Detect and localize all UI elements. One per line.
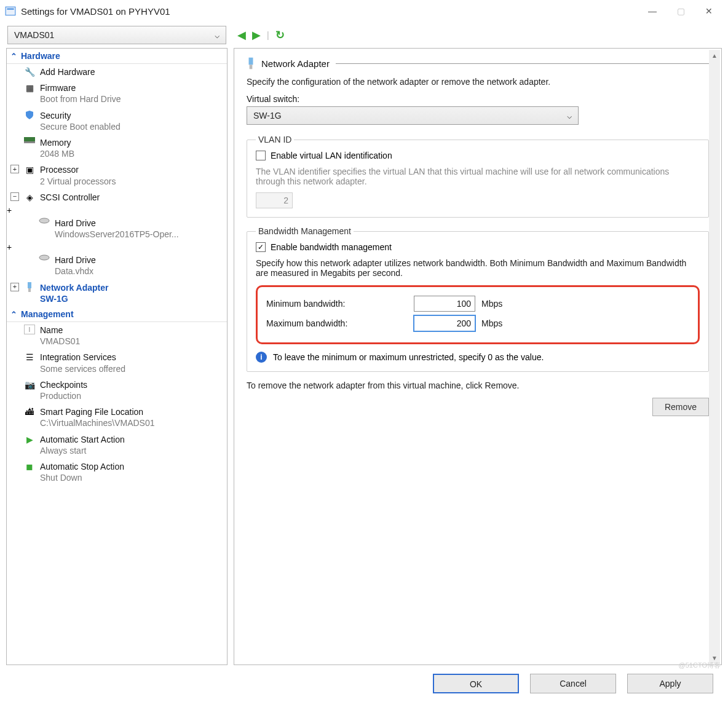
tree-section-management[interactable]: ⌃ Management xyxy=(7,307,227,322)
svg-rect-1 xyxy=(7,9,14,10)
max-bandwidth-input[interactable] xyxy=(414,315,475,331)
svg-rect-2 xyxy=(24,137,35,141)
pane-title: Network Adapter xyxy=(261,58,330,69)
settings-window: Settings for VMADS01 on PYHYV01 — ▢ ✕ VM… xyxy=(0,0,728,702)
settings-tree: ⌃ Hardware 🔧 Add Hardware ▦ Firmware Boo… xyxy=(6,48,228,665)
bw-checkbox[interactable]: ✓ xyxy=(256,242,266,252)
tree-item-network-adapter[interactable]: Network Adapter SW-1G xyxy=(7,280,227,307)
tree-item-memory[interactable]: Memory 2048 MB xyxy=(7,135,227,162)
start-action-icon: ▶ xyxy=(24,434,35,445)
nav-buttons: ◀ ▶ | ↻ xyxy=(237,28,285,42)
add-hardware-icon: 🔧 xyxy=(24,66,35,77)
svg-point-4 xyxy=(39,218,49,223)
expand-processor-icon[interactable]: + xyxy=(10,165,19,173)
svg-rect-3 xyxy=(24,141,35,143)
vswitch-label: Virtual switch: xyxy=(247,94,709,104)
min-bw-unit: Mbps xyxy=(481,299,502,309)
close-button[interactable]: ✕ xyxy=(695,2,723,20)
cancel-button[interactable]: Cancel xyxy=(530,674,616,693)
virtual-switch-combo[interactable]: SW-1G ⌵ xyxy=(247,106,579,125)
minimize-button[interactable]: — xyxy=(638,2,667,20)
apply-button[interactable]: Apply xyxy=(627,674,713,693)
scsi-icon: ◈ xyxy=(24,192,35,203)
tree-item-smart-paging[interactable]: 🏙 Smart Paging File Location C:\VirtualM… xyxy=(7,404,227,431)
checkpoints-icon: 📷 xyxy=(24,379,35,390)
vlan-checkbox[interactable] xyxy=(256,151,266,160)
vm-selector-value: VMADS01 xyxy=(14,30,54,40)
network-adapter-icon xyxy=(247,57,255,69)
tree-item-harddrive-2[interactable]: Hard Drive Data.vhdx xyxy=(7,252,227,279)
ok-button[interactable]: OK xyxy=(433,674,519,693)
app-icon xyxy=(5,6,16,17)
svg-rect-0 xyxy=(6,7,15,15)
vlan-hint: The VLAN identifier specifies the virtua… xyxy=(256,167,700,186)
tree-item-harddrive-1[interactable]: Hard Drive WindowsServer2016TP5-Oper... xyxy=(7,215,227,242)
nav-separator: | xyxy=(267,30,269,40)
bw-description: Specify how this network adapter utilize… xyxy=(256,258,700,278)
drive-icon xyxy=(39,218,50,224)
refresh-icon[interactable]: ↻ xyxy=(275,28,285,42)
remove-button[interactable]: Remove xyxy=(652,398,709,416)
tree-item-integration-services[interactable]: ☰ Integration Services Some services off… xyxy=(7,349,227,376)
dialog-footer: OK Cancel Apply xyxy=(0,668,728,702)
expand-hd1-icon[interactable]: + xyxy=(7,205,227,215)
bandwidth-group: Bandwidth Management ✓ Enable bandwidth … xyxy=(247,226,709,372)
vlan-group: VLAN ID Enable virtual LAN identificatio… xyxy=(247,135,709,218)
stop-action-icon: ◼ xyxy=(24,461,35,472)
tree-item-auto-start[interactable]: ▶ Automatic Start Action Always start xyxy=(7,432,227,459)
svg-rect-8 xyxy=(249,58,253,65)
nav-back-icon[interactable]: ◀ xyxy=(237,28,246,42)
tree-item-checkpoints[interactable]: 📷 Checkpoints Production xyxy=(7,377,227,404)
chevron-up-icon: ⌃ xyxy=(10,52,17,61)
svg-point-5 xyxy=(39,255,49,260)
tree-item-processor[interactable]: ▣ Processor 2 Virtual processors xyxy=(7,162,227,189)
chevron-down-icon: ⌵ xyxy=(215,30,220,40)
name-icon: I xyxy=(24,325,35,334)
tree-item-firmware[interactable]: ▦ Firmware Boot from Hard Drive xyxy=(7,80,227,107)
bw-info-text: To leave the minimum or maximum unrestri… xyxy=(273,352,544,362)
firmware-icon: ▦ xyxy=(24,82,35,93)
tree-item-scsi[interactable]: ◈ SCSI Controller xyxy=(7,189,227,205)
titlebar: Settings for VMADS01 on PYHYV01 — ▢ ✕ xyxy=(0,0,728,22)
scroll-up-icon[interactable]: ▲ xyxy=(709,50,720,61)
nav-forward-icon[interactable]: ▶ xyxy=(252,28,261,42)
maximize-button[interactable]: ▢ xyxy=(667,2,695,20)
chevron-up-icon: ⌃ xyxy=(10,310,17,319)
bw-checkbox-label: Enable bandwidth management xyxy=(271,242,392,252)
info-icon: i xyxy=(256,352,267,363)
memory-icon xyxy=(24,137,35,143)
scrollbar-vertical[interactable]: ▲ ▼ xyxy=(709,50,720,663)
content-pane: Network Adapter Specify the configuratio… xyxy=(234,48,722,665)
tree-item-auto-stop[interactable]: ◼ Automatic Stop Action Shut Down xyxy=(7,459,227,486)
chevron-down-icon: ⌵ xyxy=(567,111,572,120)
max-bw-unit: Mbps xyxy=(481,318,502,328)
tree-item-add-hardware[interactable]: 🔧 Add Hardware xyxy=(7,64,227,80)
paging-icon: 🏙 xyxy=(24,406,35,417)
pane-header: Network Adapter xyxy=(247,57,709,69)
vlan-checkbox-label: Enable virtual LAN identification xyxy=(271,151,392,160)
tree-item-security[interactable]: Security Secure Boot enabled xyxy=(7,108,227,135)
collapse-scsi-icon[interactable]: − xyxy=(10,192,19,201)
processor-icon: ▣ xyxy=(24,164,35,175)
bw-legend: Bandwidth Management xyxy=(256,226,354,236)
svg-rect-7 xyxy=(28,288,31,292)
tree-section-hardware[interactable]: ⌃ Hardware xyxy=(7,49,227,64)
vm-selector[interactable]: VMADS01 ⌵ xyxy=(7,26,226,44)
svg-rect-6 xyxy=(28,282,31,288)
integration-icon: ☰ xyxy=(24,352,35,363)
expand-hd2-icon[interactable]: + xyxy=(7,242,227,252)
svg-rect-9 xyxy=(250,65,253,69)
pane-description: Specify the configuration of the network… xyxy=(247,77,709,87)
virtual-switch-value: SW-1G xyxy=(253,111,282,120)
expand-na-icon[interactable]: + xyxy=(10,283,19,291)
remove-description: To remove the network adapter from this … xyxy=(247,381,709,390)
divider xyxy=(336,63,709,64)
min-bandwidth-input[interactable] xyxy=(414,296,475,312)
network-adapter-icon xyxy=(24,282,35,292)
window-title: Settings for VMADS01 on PYHYV01 xyxy=(21,6,638,17)
shield-icon xyxy=(24,110,35,120)
tree-item-name[interactable]: I Name VMADS01 xyxy=(7,322,227,349)
vlan-legend: VLAN ID xyxy=(256,135,294,144)
watermark: @51CTO博客 xyxy=(679,661,721,670)
max-bw-label: Maximum bandwidth: xyxy=(266,318,408,328)
